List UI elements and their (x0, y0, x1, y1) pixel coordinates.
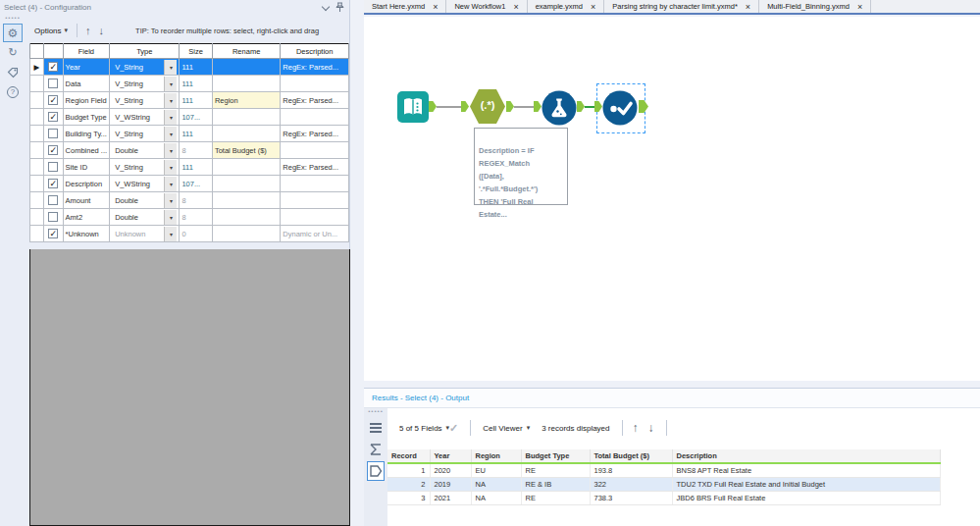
field-name-cell[interactable]: Data (63, 76, 110, 92)
panel-grip-dots[interactable]: ••••• (0, 15, 26, 23)
type-dropdown-button[interactable]: ▾ (164, 227, 177, 241)
field-name-cell[interactable]: Year (63, 59, 110, 76)
formula-tool[interactable] (542, 90, 577, 126)
row-selector[interactable]: ▶ (30, 59, 44, 76)
fields-dropdown[interactable]: 5 of 5 Fields ▾ (399, 424, 449, 433)
annotation-tab-button[interactable] (3, 63, 23, 81)
field-rename-cell[interactable]: Region (212, 92, 280, 109)
results-config-button[interactable] (367, 418, 385, 438)
previous-record-button[interactable]: ↑ (633, 421, 639, 435)
field-row-unknown[interactable]: ✓ *Unknown Unknown▾ 0 Dynamic or Un... (30, 226, 349, 242)
field-checkbox[interactable]: ✓ (48, 62, 58, 72)
close-tab-icon[interactable]: × (433, 2, 438, 12)
connection-regex-to-formula[interactable] (514, 106, 534, 108)
column-header-budget-type[interactable]: Budget Type (521, 449, 590, 463)
field-size-cell[interactable]: 111 (180, 59, 213, 76)
field-description-cell[interactable] (281, 76, 349, 92)
field-description-cell[interactable]: Dynamic or Un... (281, 226, 349, 242)
type-dropdown-button[interactable]: ▾ (164, 193, 177, 208)
collapse-panel-button[interactable] (319, 3, 333, 12)
pin-panel-button[interactable] (333, 2, 346, 13)
results-metadata-button[interactable] (367, 440, 385, 459)
output-anchor[interactable] (429, 101, 437, 112)
row-selector[interactable] (30, 92, 44, 109)
field-size-cell[interactable]: 107... (180, 109, 213, 126)
field-checkbox[interactable]: ✓ (48, 95, 58, 105)
field-checkbox[interactable] (48, 195, 58, 205)
field-checkbox[interactable]: ✓ (48, 145, 58, 155)
input-data-tool[interactable] (397, 91, 429, 123)
field-checkbox[interactable] (48, 212, 58, 222)
field-row-site-id[interactable]: Site ID V_String▾ 111 RegEx: Parsed... (30, 159, 349, 176)
move-row-up-button[interactable]: ↑ (81, 25, 95, 36)
field-rename-cell[interactable] (212, 59, 280, 76)
next-record-button[interactable]: ↓ (648, 421, 654, 435)
field-description-cell[interactable]: RegEx: Parsed... (281, 59, 349, 76)
type-dropdown-button[interactable]: ▾ (164, 77, 177, 91)
output-anchor[interactable] (506, 101, 514, 112)
tab-parsing-string[interactable]: Parsing string by character limit.yxmd* … (604, 0, 759, 13)
field-name-cell[interactable]: Combined ... (63, 142, 110, 159)
field-size-cell[interactable]: 8 (180, 209, 213, 226)
field-rename-cell[interactable] (212, 126, 280, 142)
field-size-cell[interactable]: 8 (180, 192, 213, 209)
input-anchor[interactable] (461, 101, 469, 112)
field-checkbox[interactable]: ✓ (48, 112, 58, 122)
row-selector[interactable] (30, 176, 44, 192)
close-tab-icon[interactable]: × (857, 2, 862, 12)
navigation-tab-button[interactable]: ↻ (3, 43, 23, 62)
field-row-building-type[interactable]: Building Ty... V_String▾ 111 RegEx: Pars… (30, 126, 349, 142)
field-name-cell[interactable]: Building Ty... (63, 126, 110, 142)
close-tab-icon[interactable]: × (746, 2, 750, 12)
type-dropdown-button[interactable]: ▾ (164, 93, 177, 108)
close-tab-icon[interactable]: × (513, 2, 518, 12)
tab-multi-field-binning[interactable]: Multi-Field_Binning.yxmd × (759, 0, 871, 13)
field-row-description[interactable]: ✓ Description V_WString▾ 107... (30, 176, 349, 192)
panel-grip-dots[interactable]: ••••• (364, 408, 387, 416)
cell-viewer-dropdown[interactable]: Cell Viewer ▾ (483, 424, 530, 433)
field-description-cell[interactable] (281, 109, 349, 126)
row-selector[interactable] (30, 226, 44, 242)
field-rename-cell[interactable] (212, 226, 280, 242)
field-size-cell[interactable]: 111 (180, 76, 213, 92)
type-dropdown-button[interactable]: ▾ (164, 160, 177, 175)
field-size-cell[interactable]: 107... (180, 176, 213, 192)
options-button[interactable]: Options ▾ (29, 25, 73, 37)
field-name-cell[interactable]: Description (63, 176, 110, 192)
select-tool[interactable] (602, 90, 638, 126)
row-selector[interactable] (30, 192, 44, 209)
type-dropdown-button[interactable]: ▾ (164, 210, 177, 225)
field-size-cell[interactable]: 111 (180, 92, 213, 109)
configuration-tab-button[interactable]: ⚙ (3, 24, 23, 42)
output-anchor[interactable] (639, 100, 648, 113)
field-description-cell[interactable]: RegEx: Parsed... (281, 126, 349, 142)
type-dropdown-button[interactable]: ▾ (164, 177, 177, 191)
type-dropdown-button[interactable]: ▾ (164, 127, 177, 141)
field-name-cell[interactable]: Amt2 (63, 209, 110, 226)
field-rename-cell[interactable] (212, 159, 280, 176)
type-dropdown-button[interactable]: ▾ (164, 143, 177, 158)
field-row-data[interactable]: Data V_String▾ 111 (30, 76, 349, 92)
type-dropdown-button[interactable]: ▾ (164, 60, 177, 75)
close-tab-icon[interactable]: × (591, 2, 595, 12)
row-selector[interactable] (30, 159, 44, 176)
field-description-cell[interactable]: RegEx: Parsed... (281, 159, 349, 176)
column-header-record[interactable]: Record (387, 449, 430, 463)
column-header-region[interactable]: Region (471, 449, 521, 463)
row-selector[interactable] (30, 209, 44, 226)
input-anchor[interactable] (534, 101, 542, 112)
field-row-combined[interactable]: ✓ Combined ... Double▾ 8 Total Budget ($… (30, 142, 349, 159)
field-row-region-field[interactable]: ✓ Region Field V_String▾ 111 Region RegE… (30, 92, 349, 109)
output-anchor[interactable] (577, 101, 585, 112)
field-description-cell[interactable] (281, 176, 349, 192)
field-checkbox[interactable] (48, 79, 58, 88)
field-rename-cell[interactable] (212, 109, 280, 126)
field-name-cell[interactable]: Site ID (63, 159, 110, 176)
field-checkbox[interactable] (48, 129, 58, 138)
apply-check-icon[interactable]: ✓ (449, 422, 458, 435)
field-rename-cell[interactable] (212, 76, 280, 92)
column-header-year[interactable]: Year (430, 449, 471, 463)
field-row-budget-type[interactable]: ✓ Budget Type V_WString▾ 107... (30, 109, 349, 126)
field-description-cell[interactable] (281, 142, 349, 159)
field-row-amount[interactable]: Amount Double▾ 8 (30, 192, 349, 209)
